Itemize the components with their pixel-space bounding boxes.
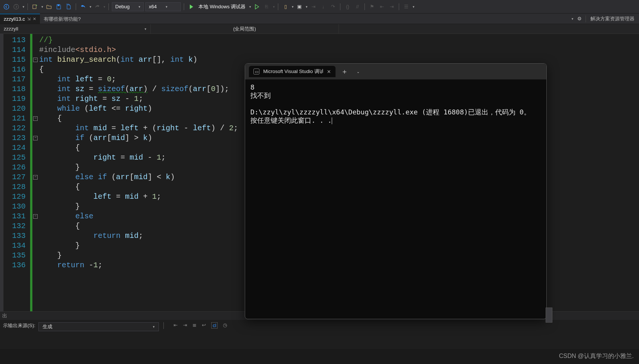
bracket-icon: {} — [343, 2, 352, 11]
debug-console-window: ▭ Microsoft Visual Studio 调试控 ✕ ＋ ⌄ 8 找不… — [245, 63, 547, 319]
tab-whatsnew-label: 有哪些新增功能? — [44, 16, 81, 23]
line-number: 119 — [4, 94, 26, 104]
clock-icon[interactable]: ◷ — [223, 322, 227, 329]
output-panel-tab[interactable]: 出 — [2, 312, 7, 319]
goto-line-icon[interactable]: ≣ — [192, 322, 197, 329]
symbol-scope-combo[interactable]: (全局范围) — [151, 24, 339, 34]
line-number: 113 — [4, 35, 26, 45]
line-number: 117 — [4, 75, 26, 84]
solution-config-combo[interactable]: Debug ▾ — [112, 2, 144, 11]
code-line[interactable]: //} — [39, 35, 639, 45]
nav-back-button[interactable] — [2, 2, 11, 11]
main-toolbar: ▾ ▾ ▾ ▾ Debug ▾ x64 ▾ 本地 Windows 调试器 ▾ ⎘… — [0, 0, 639, 14]
line-number: 135 — [4, 251, 26, 260]
new-item-dropdown[interactable]: ▾ — [41, 5, 43, 9]
main-area: 1131141151161171181191201211221231241251… — [0, 34, 639, 311]
project-scope-combo[interactable]: zzzzyll ▾ — [0, 24, 151, 34]
fold-function-fold-toggle[interactable]: − — [33, 58, 38, 62]
fold-if-fold-toggle[interactable]: − — [33, 136, 38, 140]
code-line[interactable]: #include<stdio.h> — [39, 45, 639, 55]
line-number: 130 — [4, 202, 26, 212]
indent-less-icon[interactable]: ⇤ — [174, 322, 178, 329]
line-number: 126 — [4, 163, 26, 172]
tab-whatsnew[interactable]: 有哪些新增功能? — [40, 14, 84, 24]
tabs-overflow-dropdown[interactable]: ▾ — [572, 17, 573, 21]
line-number: 123 — [4, 133, 26, 143]
separator — [399, 3, 399, 10]
solution-explorer-label[interactable]: 解决方案资源管理器 — [586, 15, 634, 22]
debugger-dropdown[interactable]: ▾ — [249, 5, 251, 9]
new-item-button[interactable] — [31, 2, 39, 11]
vertical-scrollbar-thumb[interactable] — [546, 308, 552, 323]
save-button[interactable] — [55, 2, 63, 11]
gear-icon[interactable]: ⚙ — [577, 16, 582, 21]
svg-point-0 — [4, 4, 9, 9]
terminal-output[interactable]: 8 找不到 D:\zzyl\zyl\zzzzyll\x64\Debug\zzzz… — [245, 79, 546, 319]
line-number: 128 — [4, 182, 26, 192]
output-source-value: 生成 — [43, 323, 52, 330]
line-number: 132 — [4, 221, 26, 231]
line-number-gutter: 1131141151161171181191201211221231241251… — [4, 34, 30, 311]
line-number: 122 — [4, 123, 26, 133]
step-over-icon: ↷ — [329, 2, 337, 11]
pin-icon[interactable]: ⇲ — [27, 17, 31, 21]
line-number: 136 — [4, 260, 26, 270]
start-debug-button[interactable] — [187, 2, 195, 11]
terminal-tab-close-icon[interactable]: ✕ — [327, 69, 331, 75]
attach-process-icon: ⎘ — [262, 2, 271, 11]
tab-active-file[interactable]: zzzyll13.c ⇲ ✕ — [0, 14, 40, 24]
line-number: 125 — [4, 153, 26, 163]
nav-forward-button — [12, 2, 20, 11]
separator — [340, 3, 340, 10]
output-source-label: 示输出来源(S): — [3, 322, 35, 329]
bookmark-prev-icon: ⇤ — [378, 2, 386, 11]
bookmark-icon: ⚑ — [368, 2, 376, 11]
line-number: 131 — [4, 212, 26, 221]
fold-while-fold-toggle[interactable]: − — [33, 116, 38, 121]
terminal-tab-title: Microsoft Visual Studio 调试控 — [263, 68, 323, 75]
breakpoint-gutter[interactable] — [0, 34, 4, 311]
save-all-button[interactable] — [64, 2, 73, 11]
redo-button — [93, 2, 101, 11]
output-source-combo[interactable]: 生成 ▾ — [38, 322, 159, 331]
nav-history-dropdown[interactable]: ▾ — [23, 5, 24, 9]
terminal-tab-dropdown[interactable]: ⌄ — [354, 66, 363, 77]
undo-button[interactable] — [79, 2, 87, 11]
word-wrap-icon[interactable]: ↩ — [202, 322, 206, 329]
separator — [108, 3, 109, 10]
line-number: 124 — [4, 143, 26, 153]
symbol-scope-value: (全局范围) — [233, 26, 256, 32]
code-nav-bar: zzzzyll ▾ (全局范围) — [0, 24, 639, 34]
fold-elseif-fold-toggle[interactable]: − — [33, 175, 38, 180]
svg-point-1 — [14, 4, 19, 9]
terminal-cursor — [332, 117, 332, 124]
open-button[interactable] — [45, 2, 53, 11]
clear-all-icon[interactable]: cl — [211, 322, 218, 329]
folder-icon[interactable]: ▯ — [281, 2, 290, 11]
undo-dropdown[interactable]: ▾ — [90, 5, 92, 9]
line-number: 120 — [4, 104, 26, 114]
fold-else-fold-toggle[interactable]: − — [33, 214, 38, 219]
indent-more-icon[interactable]: ⇥ — [183, 322, 187, 329]
debugger-label[interactable]: 本地 Windows 调试器 — [197, 3, 247, 10]
separator — [364, 3, 365, 10]
window-layout-icon[interactable]: ▣ — [295, 2, 303, 11]
terminal-tab[interactable]: ▭ Microsoft Visual Studio 调试控 ✕ — [249, 66, 336, 77]
terminal-titlebar[interactable]: ▭ Microsoft Visual Studio 调试控 ✕ ＋ ⌄ — [245, 64, 546, 79]
line-number: 133 — [4, 231, 26, 241]
bookmark-next-icon: ⇥ — [387, 2, 396, 11]
step-into-icon: ↓ — [319, 2, 327, 11]
solution-platform-combo[interactable]: x64 ▾ — [145, 2, 181, 11]
close-tab-icon[interactable]: ✕ — [33, 17, 36, 21]
project-scope-value: zzzzyll — [4, 26, 18, 32]
line-number: 134 — [4, 241, 26, 251]
csdn-watermark: CSDN @认真学习的小雅兰. — [559, 352, 634, 360]
svg-rect-3 — [58, 5, 59, 6]
folding-column[interactable]: −−−−− — [32, 34, 39, 311]
line-number: 116 — [4, 65, 26, 75]
separator — [27, 3, 28, 10]
indent-icon: ⇥ — [309, 2, 317, 11]
start-without-debug-button[interactable] — [253, 2, 261, 11]
terminal-new-tab-button[interactable]: ＋ — [339, 66, 350, 77]
solution-config-value: Debug — [115, 4, 130, 9]
